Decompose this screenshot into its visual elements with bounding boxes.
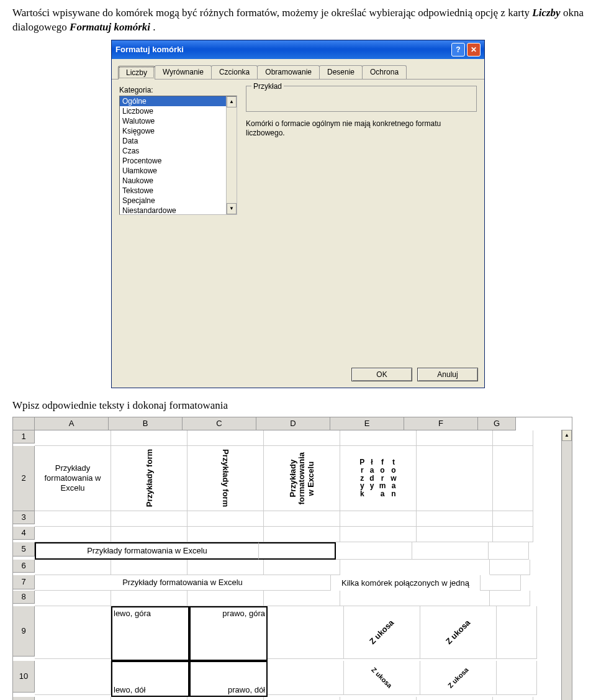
cell[interactable] <box>111 527 187 542</box>
cell[interactable] <box>35 511 111 527</box>
row-header[interactable]: 2 <box>13 446 35 511</box>
merged-cell-top[interactable] <box>340 560 490 575</box>
row-header[interactable]: 4 <box>13 527 35 540</box>
category-listbox[interactable]: Ogólne Liczbowe Walutowe Księgowe Data C… <box>119 96 237 215</box>
row-header[interactable]: 9 <box>13 606 35 657</box>
row-header[interactable]: 5 <box>13 542 35 557</box>
row-header[interactable]: 11 <box>13 697 35 700</box>
scroll-up-icon[interactable]: ▲ <box>227 96 237 107</box>
tab-ochrona[interactable]: Ochrona <box>362 65 407 79</box>
cell[interactable] <box>35 661 111 695</box>
close-button[interactable]: ✕ <box>467 43 481 57</box>
cell[interactable] <box>490 591 530 606</box>
cell-b9[interactable]: lewo, góra <box>111 606 189 661</box>
cell-b2[interactable]: Przykłady form <box>111 446 187 511</box>
col-header[interactable]: D <box>256 417 330 430</box>
category-item[interactable]: Data <box>120 136 237 146</box>
cell[interactable] <box>264 430 340 446</box>
cell[interactable] <box>264 591 340 606</box>
cell[interactable] <box>187 527 264 542</box>
category-item[interactable]: Czas <box>120 146 237 156</box>
cell-b10[interactable]: lewo, dół <box>111 661 189 697</box>
cell-c2[interactable]: Przykłady form <box>187 446 264 511</box>
category-item[interactable]: Naukowe <box>120 176 237 186</box>
cell[interactable] <box>340 511 417 527</box>
row-header[interactable]: 8 <box>13 591 35 604</box>
col-header[interactable]: E <box>330 417 404 430</box>
cell[interactable] <box>417 697 493 700</box>
category-item[interactable]: Księgowe <box>120 126 237 136</box>
cell[interactable] <box>340 697 417 700</box>
tab-czcionka[interactable]: Czcionka <box>211 65 258 79</box>
scroll-up-icon[interactable]: ▲ <box>562 430 572 441</box>
cell[interactable] <box>264 560 340 575</box>
cell[interactable] <box>111 560 187 575</box>
row-header[interactable]: 3 <box>13 511 35 524</box>
listbox-scrollbar[interactable]: ▲ ▼ <box>226 96 237 214</box>
cell[interactable] <box>111 591 187 606</box>
cell[interactable] <box>493 511 533 527</box>
category-item[interactable]: Walutowe <box>120 116 237 126</box>
cell[interactable] <box>481 575 521 591</box>
category-item[interactable]: Ogólne <box>120 96 237 106</box>
cell[interactable] <box>493 430 533 446</box>
cell[interactable] <box>187 560 264 575</box>
cell[interactable] <box>340 430 417 446</box>
cell[interactable] <box>268 661 344 695</box>
cell[interactable] <box>35 697 111 700</box>
ok-button[interactable]: OK <box>351 368 412 381</box>
sheet-scrollbar[interactable]: ▲ ▼ <box>561 430 572 700</box>
cell-row7[interactable]: Przykłady formatowania w Excelu <box>35 575 331 591</box>
cell-a2[interactable]: Przykłady formatowania w Excelu <box>35 446 111 511</box>
col-header[interactable]: C <box>183 417 256 430</box>
cell[interactable] <box>187 511 264 527</box>
cancel-button[interactable]: Anuluj <box>417 368 478 381</box>
cell[interactable] <box>35 430 111 446</box>
tab-desenie[interactable]: Desenie <box>319 65 363 79</box>
cell[interactable] <box>187 591 264 606</box>
cell-d2[interactable]: Przykłady formatowania w Excelu <box>264 446 340 511</box>
help-button[interactable]: ? <box>451 43 465 57</box>
cell-e2[interactable]: Przyk łady forma towan <box>340 446 417 511</box>
row-header[interactable]: 6 <box>13 560 35 573</box>
tab-liczby[interactable]: Liczby <box>118 66 155 80</box>
cell[interactable] <box>417 430 493 446</box>
cell[interactable] <box>493 697 533 700</box>
row-header[interactable]: 1 <box>13 430 35 443</box>
category-item[interactable]: Niestandardowe <box>120 206 237 215</box>
cell[interactable] <box>412 542 489 560</box>
cell[interactable] <box>111 430 187 446</box>
cell[interactable] <box>417 527 493 542</box>
category-item[interactable]: Ułamkowe <box>120 166 237 176</box>
cell[interactable] <box>111 697 187 700</box>
cell[interactable] <box>497 661 537 695</box>
cell[interactable] <box>35 591 111 606</box>
col-header[interactable]: A <box>35 417 109 430</box>
cell-c10[interactable]: prawo, dół <box>189 661 268 697</box>
cell[interactable] <box>493 446 533 511</box>
cell[interactable] <box>417 446 493 511</box>
cell-f9[interactable]: Z ukosa <box>420 606 497 659</box>
cell[interactable] <box>187 430 264 446</box>
cell[interactable] <box>417 511 493 527</box>
cell[interactable] <box>264 527 340 542</box>
cell[interactable] <box>35 606 111 659</box>
cell[interactable] <box>489 542 529 560</box>
cell[interactable] <box>264 697 340 700</box>
tab-obramowanie[interactable]: Obramowanie <box>257 65 320 79</box>
cell[interactable] <box>35 527 111 542</box>
cell[interactable] <box>35 560 111 575</box>
cell[interactable] <box>497 606 537 659</box>
category-item[interactable]: Tekstowe <box>120 186 237 196</box>
col-header[interactable]: B <box>109 417 183 430</box>
cell[interactable] <box>264 511 340 527</box>
cell[interactable] <box>490 560 530 575</box>
select-all-corner[interactable] <box>13 417 35 430</box>
dialog-titlebar[interactable]: Formatuj komórki ? ✕ <box>112 40 484 59</box>
merged-cell-mid[interactable]: Kilka komórek połączonych w jedną <box>331 575 481 591</box>
col-header[interactable]: F <box>404 417 478 430</box>
col-header[interactable]: G <box>478 417 516 430</box>
category-item[interactable]: Specjalne <box>120 196 237 206</box>
row-header[interactable]: 10 <box>13 661 35 693</box>
cell-e9[interactable]: Z ukosa <box>344 606 420 659</box>
